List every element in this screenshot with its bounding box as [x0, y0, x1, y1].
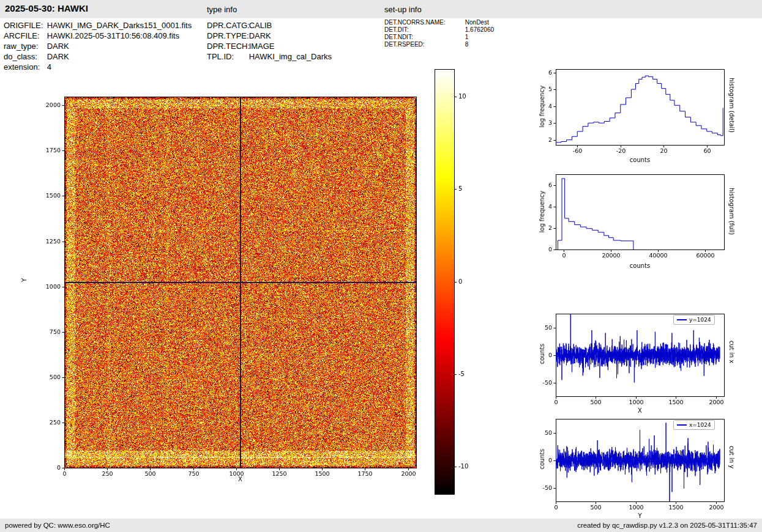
field-value: 1.6762060 [465, 26, 494, 33]
page-title: 2025-05-30: HAWKI [5, 3, 88, 13]
cut-in-y-legend: x=1024 [673, 420, 715, 430]
field-value: HAWKI_img_cal_Darks [249, 52, 332, 61]
dark-frame-image-canvas [18, 86, 447, 495]
type-info-row: DPR.TECH: IMAGE [207, 41, 332, 51]
setup-info-row: DET.NCORRS.NAME: NonDest [384, 19, 494, 26]
field-label: ORIGFILE: [4, 20, 45, 31]
setup-info-row: DET.NDIT: 1 [384, 34, 494, 41]
file-info-row: raw_type: DARK [4, 41, 192, 51]
histogram-full-ylabel: log frequency [539, 191, 545, 233]
main-ylabel: Y [21, 278, 28, 282]
cut-in-y-plot: counts cut in y Y x=1024 [532, 411, 741, 521]
setup-info-section: DET.NCORRS.NAME: NonDest DET.DIT: 1.6762… [384, 19, 494, 48]
type-info-row: DPR.TYPE: DARK [207, 31, 332, 41]
type-info-heading: type info [207, 5, 237, 14]
type-info-row: DPR.CATG: CALIB [207, 20, 332, 31]
field-value: 1 [465, 34, 469, 40]
header-bar: 2025-05-30: HAWKI type info set-up info [0, 0, 762, 18]
cut-in-y-ylabel: counts [539, 449, 545, 469]
field-value: IMAGE [249, 42, 275, 51]
field-label: DPR.TYPE: [207, 31, 247, 41]
field-label: ARCFILE: [4, 31, 45, 41]
legend-label: x=1024 [689, 422, 711, 428]
field-label: do_class: [4, 51, 45, 62]
type-info-section: DPR.CATG: CALIB DPR.TYPE: DARK DPR.TECH:… [207, 20, 332, 62]
field-value: NonDest [465, 19, 489, 26]
histogram-detail-plot: log frequency histogram (detail) counts [532, 61, 741, 177]
field-label: extension: [4, 62, 45, 72]
field-value: 8 [465, 41, 469, 48]
field-value: DARK [249, 31, 271, 40]
histogram-detail-right-label: histogram (detail) [728, 78, 735, 133]
field-value: DARK [47, 42, 69, 51]
cut-in-x-ylabel: counts [539, 344, 545, 364]
cut-in-x-right-label: cut in x [728, 341, 735, 363]
histogram-full-xlabel: counts [556, 262, 724, 269]
field-label: DET.DIT: [384, 26, 463, 34]
file-info-section: ORIGFILE: HAWKI_IMG_DARK_Darks151_0001.f… [4, 20, 192, 72]
legend-line-sample [677, 424, 687, 426]
field-label: TPL.ID: [207, 51, 247, 62]
legend-label: y=1024 [689, 317, 711, 323]
field-value: 4 [47, 62, 51, 72]
legend-line-sample [677, 319, 687, 320]
file-info-row: ORIGFILE: HAWKI_IMG_DARK_Darks151_0001.f… [4, 20, 192, 31]
field-value: HAWKI.2025-05-31T10:56:08.409.fits [47, 31, 179, 40]
file-info-row: do_class: DARK [4, 51, 192, 62]
type-info-row: TPL.ID: HAWKI_img_cal_Darks [207, 51, 332, 62]
histogram-full-right-label: histogram (full) [728, 188, 735, 235]
qc-rawdisp-report-page: 2025-05-30: HAWKI type info set-up info … [0, 0, 762, 532]
setup-info-row: DET.RSPEED: 8 [384, 41, 494, 48]
setup-info-row: DET.DIT: 1.6762060 [384, 26, 494, 34]
field-value: HAWKI_IMG_DARK_Darks151_0001.fits [47, 21, 192, 30]
field-label: DPR.CATG: [207, 20, 247, 31]
field-label: DPR.TECH: [207, 41, 247, 51]
cut-in-y-right-label: cut in y [728, 446, 735, 468]
footer-left-text: powered by QC: www.eso.org/HC [5, 519, 110, 532]
cut-in-x-plot: counts cut in x X y=1024 [532, 306, 741, 416]
histogram-detail-xlabel: counts [556, 157, 724, 163]
file-info-row: extension: 4 [4, 62, 192, 72]
field-label: DET.NCORRS.NAME: [384, 19, 463, 26]
field-value: DARK [47, 52, 69, 61]
footer-bar: powered by QC: www.eso.org/HC created by… [0, 519, 762, 532]
field-label: raw_type: [4, 41, 45, 51]
main-xlabel: X [64, 476, 416, 482]
main-image-plot: Y X [18, 86, 447, 495]
histogram-detail-ylabel: log frequency [539, 86, 545, 128]
field-label: DET.NDIT: [384, 34, 463, 41]
setup-info-heading: set-up info [384, 5, 422, 14]
histogram-full-plot: log frequency histogram (full) counts [532, 166, 741, 283]
file-info-row: ARCFILE: HAWKI.2025-05-31T10:56:08.409.f… [4, 31, 192, 41]
colorbar [428, 64, 490, 501]
field-label: DET.RSPEED: [384, 41, 463, 48]
colorbar-canvas [428, 64, 490, 501]
field-value: CALIB [249, 21, 272, 30]
cut-in-x-legend: y=1024 [673, 315, 715, 325]
footer-right-text: created by qc_rawdisp.py v1.2.3 on 2025-… [577, 519, 757, 532]
